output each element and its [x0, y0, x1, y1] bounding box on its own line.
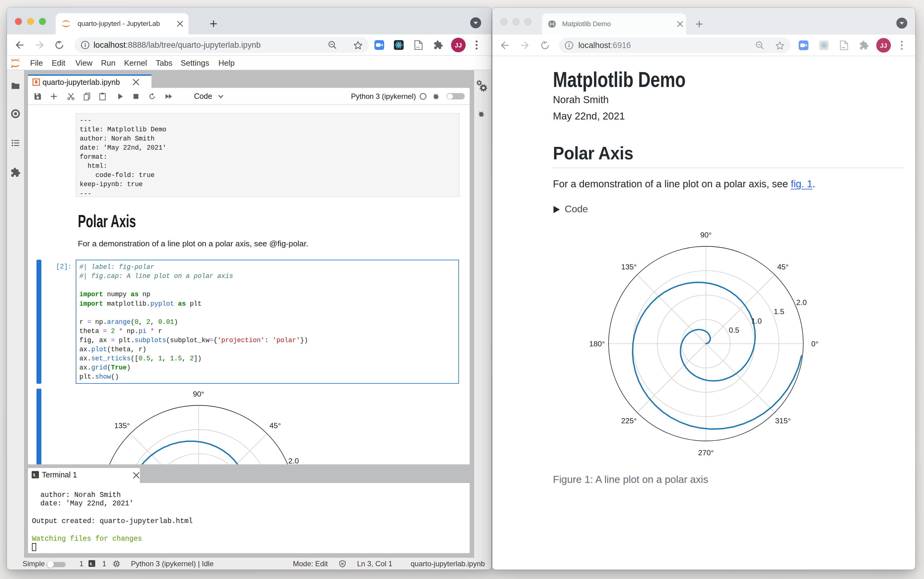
svg-text:45°: 45°: [270, 422, 281, 430]
svg-text:90°: 90°: [700, 231, 712, 239]
svg-text:JJ: JJ: [880, 42, 887, 49]
svg-text:2.0: 2.0: [288, 457, 299, 465]
svg-text:90°: 90°: [193, 390, 204, 398]
svg-text:270°: 270°: [698, 448, 713, 457]
svg-text:0°: 0°: [811, 340, 818, 348]
svg-text:$_: $_: [90, 562, 94, 566]
svg-text:315°: 315°: [775, 417, 791, 425]
svg-text:135°: 135°: [114, 422, 130, 430]
svg-text:45°: 45°: [777, 263, 789, 271]
svg-text:225°: 225°: [621, 417, 636, 425]
svg-text:2.0: 2.0: [796, 298, 806, 306]
svg-text:135°: 135°: [621, 263, 636, 271]
svg-text:1.0: 1.0: [751, 317, 762, 325]
svg-text:JJ: JJ: [455, 42, 462, 49]
svg-text:$_: $_: [33, 473, 38, 478]
svg-text:180°: 180°: [589, 340, 605, 348]
svg-text:1.5: 1.5: [774, 307, 784, 316]
svg-text:0.5: 0.5: [729, 326, 739, 334]
